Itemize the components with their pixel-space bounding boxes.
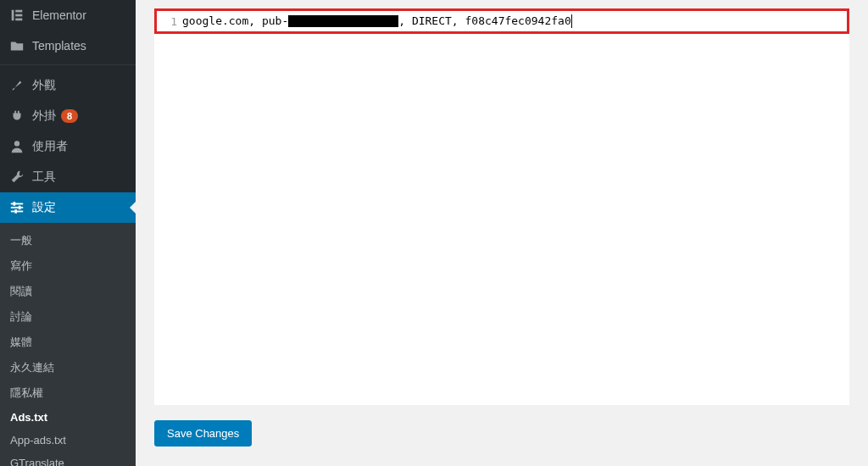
svg-rect-8: [14, 202, 16, 206]
svg-point-4: [14, 141, 19, 146]
submenu-gtranslate[interactable]: GTranslate: [0, 452, 136, 466]
svg-rect-5: [11, 203, 23, 205]
user-icon: [8, 138, 25, 155]
menu-label: 設定: [32, 200, 56, 215]
menu-tools[interactable]: 工具: [0, 162, 136, 192]
submenu-ads-txt[interactable]: Ads.txt: [0, 406, 136, 429]
plugins-badge: 8: [61, 109, 78, 123]
menu-elementor[interactable]: Elementor: [0, 0, 136, 31]
brush-icon: [8, 77, 25, 94]
menu-label: Templates: [32, 39, 86, 53]
sliders-icon: [8, 199, 25, 216]
submenu-reading[interactable]: 閱讀: [0, 279, 136, 304]
menu-users[interactable]: 使用者: [0, 131, 136, 162]
ads-txt-editor-body[interactable]: [154, 34, 849, 405]
code-line[interactable]: google.com, pub-, DIRECT, f08c47fec0942f…: [182, 13, 845, 30]
svg-rect-10: [14, 209, 17, 214]
menu-settings[interactable]: 設定: [0, 192, 136, 223]
text-cursor: [571, 14, 572, 28]
svg-rect-9: [19, 206, 21, 210]
submenu-app-ads-txt[interactable]: App-ads.txt: [0, 429, 136, 452]
submenu-permalinks[interactable]: 永久連結: [0, 355, 136, 380]
ads-txt-editor-highlight: 1 google.com, pub-, DIRECT, f08c47fec094…: [154, 8, 849, 34]
menu-templates[interactable]: Templates: [0, 31, 136, 61]
elementor-icon: [8, 7, 25, 24]
submenu-media[interactable]: 媒體: [0, 330, 136, 355]
settings-submenu: 一般 寫作 閱讀 討論 媒體 永久連結 隱私權 Ads.txt App-ads.…: [0, 223, 136, 466]
admin-sidebar: Elementor Templates 外觀 外掛 8 使用者 工具: [0, 0, 136, 466]
code-part1: google.com, pub-: [182, 12, 288, 31]
plug-icon: [8, 108, 25, 125]
menu-separator: [0, 61, 136, 65]
submenu-general[interactable]: 一般: [0, 228, 136, 253]
wrench-icon: [8, 169, 25, 186]
menu-label: 外觀: [32, 78, 56, 93]
menu-appearance[interactable]: 外觀: [0, 70, 136, 101]
main-content: 1 google.com, pub-, DIRECT, f08c47fec094…: [136, 0, 868, 466]
svg-rect-6: [11, 207, 23, 208]
menu-label: Elementor: [32, 8, 86, 22]
redacted-block: [288, 15, 398, 27]
submenu-privacy[interactable]: 隱私權: [0, 380, 136, 406]
line-number: 1: [170, 15, 177, 28]
menu-label: 外掛: [32, 108, 56, 124]
submenu-writing[interactable]: 寫作: [0, 253, 136, 279]
line-gutter: 1: [159, 13, 182, 30]
save-button[interactable]: Save Changes: [154, 420, 252, 447]
code-part2: , DIRECT, f08c47fec0942fa0: [398, 12, 571, 31]
submenu-discussion[interactable]: 討論: [0, 304, 136, 330]
menu-label: 工具: [32, 169, 56, 185]
menu-plugins[interactable]: 外掛 8: [0, 101, 136, 131]
svg-rect-1: [15, 10, 22, 13]
svg-rect-3: [15, 19, 22, 21]
svg-rect-2: [15, 14, 22, 17]
folder-icon: [8, 37, 25, 54]
svg-rect-0: [12, 10, 14, 21]
menu-label: 使用者: [32, 139, 68, 154]
